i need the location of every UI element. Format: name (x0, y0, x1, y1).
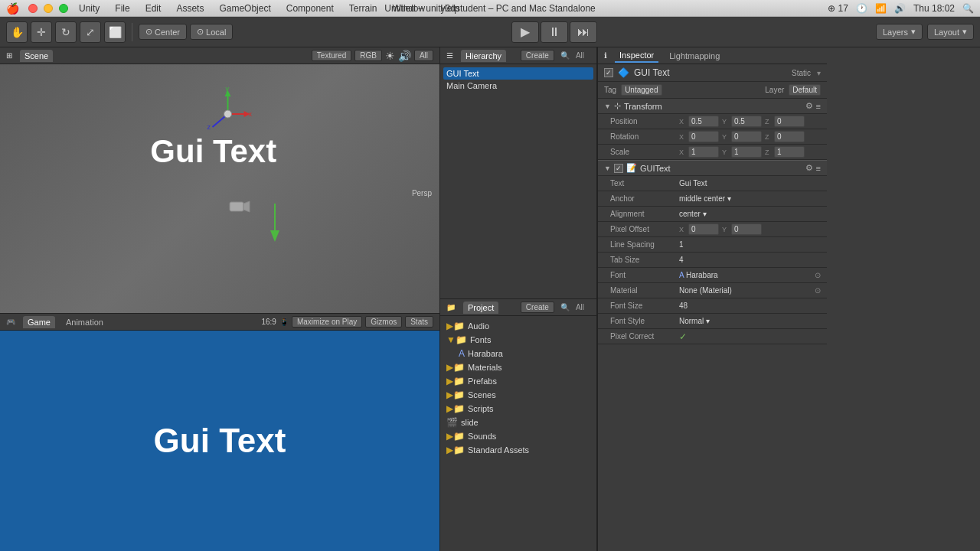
rect-tool-button[interactable]: ⬜ (104, 21, 126, 43)
guitext-enabled-checkbox[interactable]: ✓ (614, 164, 623, 173)
project-item-harabara[interactable]: A Harabara (456, 347, 593, 360)
menu-file[interactable]: File (115, 3, 129, 14)
menu-terrain[interactable]: Terrain (349, 3, 377, 14)
font-style-value[interactable]: Normal ▾ (679, 317, 821, 325)
project-item-fonts[interactable]: ▼📁 Fonts (443, 333, 593, 347)
hierarchy-item-guitext[interactable]: GUI Text (443, 67, 593, 80)
menu-assets[interactable]: Assets (176, 3, 204, 14)
scene-audio-btn[interactable]: 🔊 (398, 50, 411, 62)
playback-controls: ▶ ⏸ ⏭ (236, 21, 873, 43)
obj-active-checkbox[interactable]: ✓ (604, 68, 613, 77)
scale-y-input[interactable] (731, 146, 762, 158)
minimize-button[interactable] (44, 4, 53, 13)
folder-icon: ▶📁 (446, 376, 465, 386)
rotate-tool-button[interactable]: ↻ (55, 21, 77, 43)
animation-tab[interactable]: Animation (61, 316, 108, 328)
project-search-icon[interactable]: 🔍 (560, 303, 570, 311)
font-picker-icon[interactable]: ⊙ (815, 271, 821, 279)
position-y: Y (722, 116, 762, 127)
close-button[interactable] (28, 4, 38, 13)
all-label[interactable]: All (414, 50, 433, 61)
center-button[interactable]: ⊙ Center (139, 24, 187, 40)
obj-icon: 🔷 (618, 67, 629, 78)
scene-fx-btn[interactable]: ☀ (385, 50, 395, 62)
play-button[interactable]: ▶ (511, 21, 539, 43)
guitext-component-header[interactable]: ▼ ✓ 📝 GUIText ⚙ ≡ (598, 161, 827, 176)
guitext-settings-icon[interactable]: ⚙ (805, 163, 813, 173)
hierarchy-tab[interactable]: Hierarchy (461, 50, 506, 62)
layers-dropdown[interactable]: Layers ▾ (876, 24, 923, 40)
alignment-value[interactable]: center ▾ (679, 210, 821, 218)
project-item-sounds[interactable]: ▶📁 Sounds (443, 429, 593, 443)
position-z-input[interactable] (774, 116, 805, 127)
wifi-icon: 📶 (875, 3, 887, 14)
guitext-more-icon[interactable]: ≡ (816, 164, 821, 173)
rotation-z-input[interactable] (774, 131, 805, 142)
folder-icon: ▼📁 (446, 334, 467, 345)
game-tab[interactable]: Game (23, 316, 55, 328)
move-tool-button[interactable]: ✛ (31, 21, 52, 43)
menu-gameobject[interactable]: GameObject (219, 3, 270, 14)
hand-tool-button[interactable]: ✋ (6, 21, 28, 43)
project-create-button[interactable]: Create (521, 302, 554, 313)
pixel-offset-x-input[interactable] (688, 223, 719, 235)
color-mode-dropdown[interactable]: RGB (354, 50, 382, 61)
transform-more-icon[interactable]: ≡ (816, 102, 821, 111)
stats-button[interactable]: Stats (405, 316, 433, 328)
pause-button[interactable]: ⏸ (541, 21, 568, 43)
transform-settings-icon[interactable]: ⚙ (805, 101, 813, 111)
project-item-scenes[interactable]: ▶📁 Scenes (443, 388, 593, 402)
project-item-audio[interactable]: ▶📁 Audio (443, 319, 593, 333)
static-dropdown-icon[interactable]: ▾ (817, 69, 821, 77)
hierarchy-search-icon[interactable]: 🔍 (560, 51, 570, 60)
guitext-pixel-correct-row: Pixel Correct ✓ (598, 329, 827, 344)
layer-dropdown[interactable]: Default (789, 84, 821, 96)
scale-x-input[interactable] (688, 146, 719, 158)
search-icon[interactable]: 🔍 (962, 3, 974, 14)
project-item-materials[interactable]: ▶📁 Materials (443, 360, 593, 374)
scale-z-input[interactable] (774, 146, 805, 158)
maximize-on-play-button[interactable]: Maximize on Play (292, 316, 362, 328)
menu-component[interactable]: Component (286, 3, 334, 14)
inspector-tab[interactable]: Inspector (615, 49, 658, 63)
project-item-scripts[interactable]: ▶📁 Scripts (443, 402, 593, 416)
material-picker-icon[interactable]: ⊙ (815, 286, 821, 295)
gizmos-button[interactable]: Gizmos (365, 316, 402, 328)
scene-content[interactable]: x y z Gui Text (0, 64, 439, 313)
project-item-standard-assets[interactable]: ▶📁 Standard Assets (443, 443, 593, 457)
pixel-offset-y-input[interactable] (731, 223, 762, 235)
y-label: Y (722, 118, 730, 126)
hierarchy-create-button[interactable]: Create (521, 50, 554, 61)
scene-tab[interactable]: Scene (20, 50, 53, 62)
z-label: Z (765, 118, 773, 126)
camera-gizmo (228, 198, 251, 219)
game-res-icon: 📱 (279, 318, 289, 326)
project-item-prefabs[interactable]: ▶📁 Prefabs (443, 374, 593, 388)
step-button[interactable]: ⏭ (570, 21, 597, 43)
rotation-x-input[interactable] (688, 131, 719, 142)
layout-dropdown[interactable]: Layout ▾ (927, 24, 974, 40)
project-item-slide[interactable]: 🎬 slide (443, 416, 593, 429)
rotation-y-input[interactable] (731, 131, 762, 142)
maximize-button[interactable] (59, 4, 68, 13)
rotation-z: Z (765, 131, 805, 142)
pixel-correct-checkbox[interactable]: ✓ (679, 331, 687, 342)
scale-tool-button[interactable]: ⤢ (80, 21, 101, 43)
anchor-value[interactable]: middle center ▾ (679, 194, 821, 203)
tag-dropdown[interactable]: Untagged (621, 84, 662, 96)
project-tab[interactable]: Project (463, 302, 498, 314)
render-mode-dropdown[interactable]: Textured (312, 50, 351, 61)
local-button[interactable]: ⊙ Local (190, 24, 233, 40)
light-arrow (263, 204, 286, 243)
game-content[interactable]: Gui Text (0, 331, 439, 551)
menu-edit[interactable]: Edit (145, 3, 162, 14)
menu-app[interactable]: Unity (79, 3, 100, 14)
layers-chevron-icon: ▾ (911, 27, 916, 37)
transform-rotation-row: Rotation X Y Z (598, 129, 827, 145)
lightmapping-tab[interactable]: Lightmapping (665, 50, 724, 62)
font-style-dropdown-icon: ▾ (706, 317, 710, 325)
transform-component-header[interactable]: ▼ ⊹ Transform ⚙ ≡ (598, 99, 827, 114)
position-y-input[interactable] (731, 116, 762, 127)
position-x-input[interactable] (688, 116, 719, 127)
hierarchy-item-maincamera[interactable]: Main Camera (443, 80, 593, 92)
